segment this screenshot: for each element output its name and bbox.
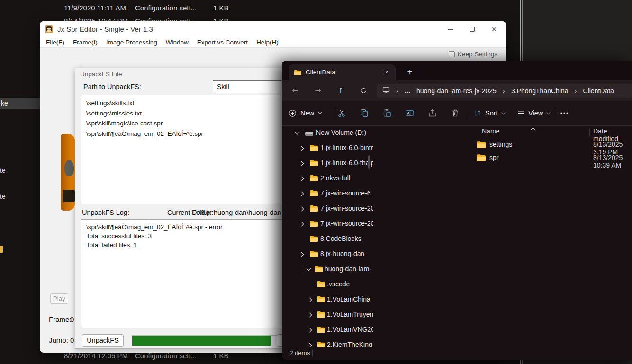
menu-window[interactable]: Window: [162, 39, 193, 46]
paste-button[interactable]: [381, 107, 393, 119]
tree-item-label: 1.jx-linux-6.0-bintr: [320, 144, 373, 151]
chevron-right-icon[interactable]: [308, 328, 314, 333]
delete-button[interactable]: [450, 107, 461, 119]
chevron-down-icon: [318, 112, 322, 115]
tree-item-label: 1.VoLamVNG20: [327, 326, 373, 333]
menu-file[interactable]: File(F): [42, 39, 69, 46]
menu-image-processing[interactable]: Image Processing: [102, 39, 162, 46]
address-box[interactable]: › huong-dan-lam-res-jx-2025 › 3.PhongTha…: [377, 84, 632, 98]
new-button[interactable]: New: [289, 107, 322, 120]
file-row[interactable]: spr 8/13/2025 10:39 AM File folder: [373, 151, 632, 165]
sort-button[interactable]: Sort: [473, 107, 506, 120]
breadcrumb-segment[interactable]: huong-dan-lam-res-jx-2025: [416, 87, 497, 95]
menu-export-vs-convert[interactable]: Export vs Convert: [193, 39, 252, 46]
maximize-icon: [470, 27, 475, 32]
tree-item[interactable]: 1.VoLamVNG20: [282, 322, 373, 337]
tree-item[interactable]: 7.jx-win-source-20: [282, 216, 373, 231]
window-edge-fragment: te: [0, 193, 6, 200]
tree-item-label: huong-dan-lam-: [325, 265, 371, 273]
play-button[interactable]: Play: [50, 293, 68, 304]
refresh-icon[interactable]: [358, 85, 369, 97]
tree-item[interactable]: 7.jx-win-source-6.: [282, 186, 373, 201]
tree-item[interactable]: 1.jx-linux-6.0-bintr: [282, 141, 373, 156]
chevron-down-icon[interactable]: [306, 267, 312, 273]
breadcrumb-segment[interactable]: 3.PhongThanChina: [511, 87, 569, 95]
chevron-right-icon[interactable]: [300, 176, 306, 182]
share-button[interactable]: [427, 107, 438, 119]
more-button[interactable]: [559, 107, 570, 119]
toolbar-divider: [467, 107, 467, 119]
window-edge-fragment: ke: [0, 98, 40, 109]
frame-value[interactable]: 0: [70, 315, 74, 323]
chevron-right-icon[interactable]: [308, 312, 314, 318]
chevron-right-icon[interactable]: [300, 161, 306, 167]
keep-settings-checkbox[interactable]: Keep Settings: [449, 51, 497, 58]
copy-button[interactable]: [359, 107, 370, 119]
minimize-button[interactable]: [440, 21, 461, 37]
tree-item-label: 8.CodeBlocks: [320, 235, 361, 242]
tree-item-label: .vscode: [327, 280, 350, 288]
share-icon: [428, 108, 437, 118]
tree-item[interactable]: .vscode: [282, 277, 373, 292]
maximize-button[interactable]: [461, 21, 483, 37]
file-list: Name Date modified Type settings 8/13/20…: [373, 125, 632, 347]
tree-item[interactable]: 1.VoLamTruyen: [282, 307, 373, 322]
tree-item[interactable]: 7.jx-win-source-20: [282, 201, 373, 216]
file-explorer-window: ClientData × + ← → ↑ › huong-dan-lam-res…: [282, 61, 632, 360]
breadcrumb-segment[interactable]: ClientData: [583, 87, 614, 95]
tree-item[interactable]: 2.nkvs-full: [282, 171, 373, 186]
tree-item[interactable]: 1.jx-linux-6.0-thaip: [282, 156, 373, 171]
breadcrumb-ellipsis[interactable]: [405, 87, 410, 95]
folder-icon: [314, 266, 323, 275]
window-title: Jx Spr Editor - Single - Ver 1.3: [57, 21, 153, 37]
chevron-right-icon[interactable]: [300, 252, 306, 257]
title-bar[interactable]: Jx Spr Editor - Single - Ver 1.3 ×: [40, 21, 506, 37]
tab-close-icon[interactable]: ×: [382, 68, 392, 77]
cut-icon: [337, 108, 346, 118]
app-icon: [45, 25, 53, 33]
column-divider[interactable]: [589, 128, 590, 137]
menu-frame[interactable]: Frame(I): [69, 39, 102, 46]
view-button[interactable]: View: [517, 107, 551, 120]
close-button[interactable]: ×: [483, 21, 505, 37]
chevron-right-icon[interactable]: [300, 191, 306, 197]
jump-value[interactable]: 0: [70, 336, 74, 344]
folder-icon: [309, 190, 318, 199]
chevron-right-icon[interactable]: [308, 297, 314, 303]
column-header-name[interactable]: Name: [482, 127, 499, 135]
plus-circle-icon: [289, 109, 297, 117]
chevron-right-icon[interactable]: [300, 206, 306, 212]
chevron-down-icon[interactable]: [295, 131, 300, 136]
sort-label: Sort: [485, 109, 498, 117]
chevron-right-icon[interactable]: [300, 222, 306, 227]
tree-item-label: 1.VoLamChina: [327, 295, 370, 303]
log-label: UnpackFS Log:: [82, 209, 129, 216]
chevron-down-icon: [546, 112, 551, 115]
chevron-right-icon[interactable]: [308, 343, 314, 347]
tree-item[interactable]: huong-dan-lam-: [282, 262, 373, 277]
unpackfs-button[interactable]: UnpackFS: [82, 334, 124, 347]
paste-icon: [382, 108, 392, 118]
tree-scrollbar[interactable]: [368, 155, 370, 169]
tree-item[interactable]: New Volume (D:): [282, 125, 373, 141]
copy-icon: [360, 108, 369, 118]
folder-icon: [309, 235, 318, 244]
sprite-detail: [64, 160, 74, 176]
menu-help[interactable]: Help(H): [252, 39, 283, 46]
tree-item[interactable]: 8.CodeBlocks: [282, 231, 373, 247]
file-name: spr: [489, 154, 498, 161]
tree-item[interactable]: 2.KiemTheKing: [282, 337, 373, 347]
file-row[interactable]: settings 8/13/2025 3:19 PM File folder: [373, 138, 632, 151]
chevron-right-icon[interactable]: [300, 146, 306, 151]
tree-item[interactable]: 1.VoLamChina: [282, 292, 373, 307]
tab-clientdata[interactable]: ClientData ×: [289, 64, 396, 80]
tree-item[interactable]: 8.jx-huong-dan: [282, 247, 373, 262]
up-icon[interactable]: ↑: [335, 85, 346, 97]
this-pc-icon: [382, 86, 390, 96]
forward-icon[interactable]: →: [312, 85, 324, 97]
rename-button[interactable]: [404, 107, 415, 119]
status-bar: 2 items |: [282, 347, 632, 360]
new-tab-button[interactable]: +: [404, 64, 415, 80]
back-icon[interactable]: ←: [289, 85, 301, 97]
cut-button[interactable]: [336, 107, 347, 119]
